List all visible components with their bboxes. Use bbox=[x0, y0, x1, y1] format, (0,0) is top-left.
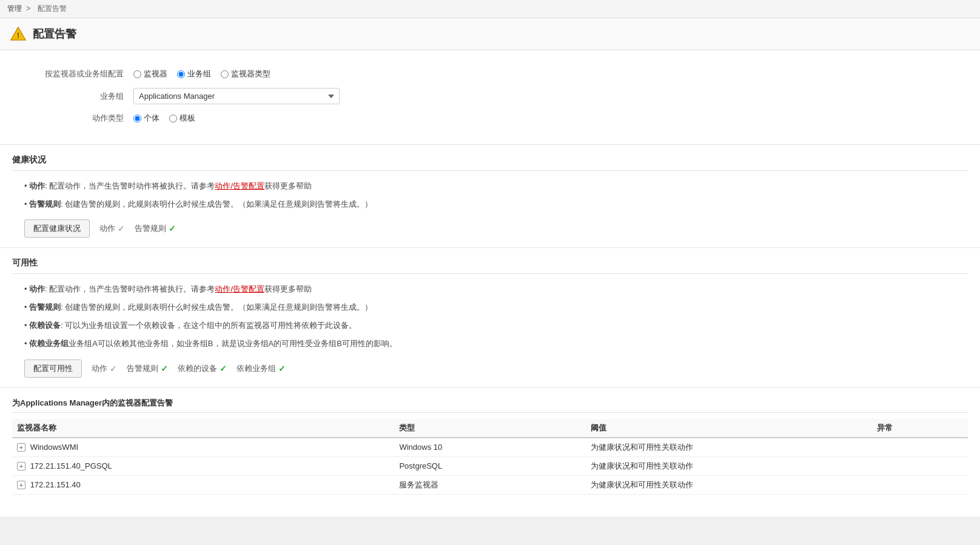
health-desc1-prefix: 动作 bbox=[29, 181, 45, 190]
avail-action3-label: 依赖的设备 bbox=[178, 363, 217, 374]
avail-action2-item: 告警规则 ✓ bbox=[127, 363, 168, 374]
avail-action3-check: ✓ bbox=[220, 364, 227, 373]
avail-action4-check: ✓ bbox=[278, 364, 286, 373]
avail-action3-item: 依赖的设备 ✓ bbox=[178, 363, 227, 374]
radio-template[interactable]: 模板 bbox=[169, 113, 195, 124]
health-desc2: • 告警规则: 创建告警的规则，此规则表明什么时候生成告警。（如果满足任意规则则… bbox=[12, 198, 968, 211]
avail-desc3-text: : 可以为业务组设置一个依赖设备，在这个组中的所有监视器可用性将依赖于此设备。 bbox=[61, 321, 357, 330]
avail-action1-label: 动作 bbox=[92, 363, 107, 374]
availability-section: 可用性 • 动作: 配置动作，当产生告警时动作将被执行。请参考动作/告警配置获得… bbox=[0, 248, 980, 387]
avail-action1-item: 动作 ✓ bbox=[92, 363, 117, 374]
radio-individual-label: 个体 bbox=[144, 113, 159, 124]
breadcrumb-separator: > bbox=[26, 4, 30, 13]
monitor-name-text-1[interactable]: 172.21.151.40_PGSQL bbox=[30, 461, 112, 470]
config-form: 按监视器或业务组配置 监视器 业务组 监视器类型 业务组 App bbox=[0, 62, 980, 145]
main-content: 按监视器或业务组配置 监视器 业务组 监视器类型 业务组 App bbox=[0, 50, 980, 517]
by-monitor-group-label: 按监视器或业务组配置 bbox=[12, 69, 133, 79]
avail-action4-item: 依赖业务组 ✓ bbox=[237, 363, 286, 374]
table-row: + 172.21.151.40 服务监视器 为健康状况和可用性关联动作 bbox=[12, 475, 968, 494]
health-desc2-text: : 创建告警的规则，此规则表明什么时候生成告警。（如果满足任意规则则告警将生成。… bbox=[61, 199, 372, 209]
avail-desc2-prefix: 告警规则 bbox=[29, 303, 61, 312]
monitor-type-2: 服务监视器 bbox=[394, 475, 585, 494]
radio-type[interactable]: 监视器类型 bbox=[221, 69, 270, 79]
availability-title: 可用性 bbox=[12, 258, 968, 274]
radio-monitor-input[interactable] bbox=[133, 70, 141, 78]
monitor-name-1: + 172.21.151.40_PGSQL bbox=[12, 456, 394, 475]
radio-group-input[interactable] bbox=[177, 70, 185, 78]
health-desc1: • 动作: 配置动作，当产生告警时动作将被执行。请参考动作/告警配置获得更多帮助 bbox=[12, 179, 968, 193]
radio-individual[interactable]: 个体 bbox=[133, 113, 159, 124]
table-row: + 172.21.151.40_PGSQL PostgreSQL 为健康状况和可… bbox=[12, 456, 968, 475]
health-action-link[interactable]: 动作/告警配置 bbox=[215, 181, 264, 190]
avail-desc3-prefix: 依赖设备 bbox=[29, 321, 61, 330]
avail-desc1-suffix: 获得更多帮助 bbox=[264, 284, 312, 293]
avail-action-row: 配置可用性 动作 ✓ 告警规则 ✓ 依赖的设备 ✓ 依赖业务组 ✓ bbox=[12, 359, 968, 378]
avail-desc4-text: 业务组A可以依赖其他业务组，如业务组B，就是说业务组A的可用性受业务组B可用性的… bbox=[69, 339, 397, 348]
monitor-threshold-2: 为健康状况和可用性关联动作 bbox=[586, 475, 873, 494]
avail-desc1: • 动作: 配置动作，当产生告警时动作将被执行。请参考动作/告警配置获得更多帮助 bbox=[12, 283, 968, 296]
health-action2-check: ✓ bbox=[169, 224, 176, 233]
business-group-row: 业务组 Applications Manager bbox=[12, 88, 968, 104]
radio-type-input[interactable] bbox=[221, 70, 229, 78]
action-type-radios: 个体 模板 bbox=[133, 113, 195, 124]
expand-icon-2[interactable]: + bbox=[17, 481, 25, 489]
monitors-section-title: 为Applications Manager内的监视器配置告警 bbox=[12, 398, 968, 413]
monitors-table: 监视器名称 类型 阈值 异常 + WindowsWMI Windows 10 为… bbox=[12, 419, 968, 495]
col-header-name: 监视器名称 bbox=[12, 419, 394, 438]
health-action1-check: ✓ bbox=[118, 224, 125, 233]
health-desc1-text: : 配置动作，当产生告警时动作将被执行。请参考 bbox=[45, 181, 215, 190]
avail-desc1-text: : 配置动作，当产生告警时动作将被执行。请参考 bbox=[45, 284, 215, 293]
radio-monitor[interactable]: 监视器 bbox=[133, 69, 167, 79]
avail-action-link[interactable]: 动作/告警配置 bbox=[215, 284, 264, 293]
health-desc2-prefix: 告警规则 bbox=[29, 199, 61, 209]
avail-action4-label: 依赖业务组 bbox=[237, 363, 276, 374]
health-action-row: 配置健康状况 动作 ✓ 告警规则 ✓ bbox=[12, 219, 968, 238]
monitor-name-text-2[interactable]: 172.21.151.40 bbox=[30, 480, 81, 489]
radio-individual-input[interactable] bbox=[133, 115, 141, 122]
radio-monitor-label: 监视器 bbox=[144, 69, 167, 79]
health-section: 健康状况 • 动作: 配置动作，当产生告警时动作将被执行。请参考动作/告警配置获… bbox=[0, 145, 980, 248]
health-desc1-suffix: 获得更多帮助 bbox=[264, 181, 312, 190]
avail-desc1-prefix: 动作 bbox=[29, 284, 45, 293]
business-group-select[interactable]: Applications Manager bbox=[133, 88, 340, 104]
action-type-row: 动作类型 个体 模板 bbox=[12, 113, 968, 124]
expand-icon-1[interactable]: + bbox=[17, 462, 25, 470]
monitor-anomaly-2 bbox=[872, 475, 968, 494]
avail-desc2: • 告警规则: 创建告警的规则，此规则表明什么时候生成告警。（如果满足任意规则则… bbox=[12, 301, 968, 314]
by-monitor-group-radios: 监视器 业务组 监视器类型 bbox=[133, 69, 270, 79]
avail-config-btn[interactable]: 配置可用性 bbox=[24, 359, 82, 378]
monitors-table-body: + WindowsWMI Windows 10 为健康状况和可用性关联动作 + … bbox=[12, 438, 968, 495]
page-title: 配置告警 bbox=[33, 27, 76, 41]
breadcrumb-current: 配置告警 bbox=[38, 4, 67, 13]
monitor-threshold-0: 为健康状况和可用性关联动作 bbox=[586, 438, 873, 457]
avail-desc2-text: : 创建告警的规则，此规则表明什么时候生成告警。（如果满足任意规则则告警将生成。… bbox=[61, 303, 372, 312]
health-action2-label: 告警规则 bbox=[135, 223, 166, 234]
avail-action2-check: ✓ bbox=[161, 364, 168, 373]
monitor-anomaly-1 bbox=[872, 456, 968, 475]
col-header-anomaly: 异常 bbox=[872, 419, 968, 438]
action-type-label: 动作类型 bbox=[12, 113, 133, 124]
monitor-name-0: + WindowsWMI bbox=[12, 438, 394, 457]
table-row: + WindowsWMI Windows 10 为健康状况和可用性关联动作 bbox=[12, 438, 968, 457]
avail-desc3: • 依赖设备: 可以为业务组设置一个依赖设备，在这个组中的所有监视器可用性将依赖… bbox=[12, 319, 968, 332]
monitor-name-text-0[interactable]: WindowsWMI bbox=[30, 443, 78, 452]
page-header: ! 配置告警 bbox=[0, 18, 980, 50]
monitor-name-2: + 172.21.151.40 bbox=[12, 475, 394, 494]
radio-group-label: 业务组 bbox=[187, 69, 211, 79]
breadcrumb: 管理 > 配置告警 bbox=[0, 0, 980, 18]
breadcrumb-manage[interactable]: 管理 bbox=[7, 4, 22, 13]
health-title: 健康状况 bbox=[12, 155, 968, 171]
radio-type-label: 监视器类型 bbox=[231, 69, 270, 79]
health-action1-label: 动作 bbox=[99, 223, 115, 234]
expand-icon-0[interactable]: + bbox=[17, 443, 25, 452]
monitors-table-header-row: 监视器名称 类型 阈值 异常 bbox=[12, 419, 968, 438]
monitors-table-head: 监视器名称 类型 阈值 异常 bbox=[12, 419, 968, 438]
health-config-btn[interactable]: 配置健康状况 bbox=[24, 219, 90, 238]
svg-text:!: ! bbox=[17, 31, 19, 40]
radio-group[interactable]: 业务组 bbox=[177, 69, 211, 79]
avail-desc4-prefix: 依赖业务组 bbox=[29, 339, 69, 348]
monitor-type-0: Windows 10 bbox=[394, 438, 585, 457]
radio-template-input[interactable] bbox=[169, 115, 177, 122]
radio-template-label: 模板 bbox=[180, 113, 195, 124]
monitor-threshold-1: 为健康状况和可用性关联动作 bbox=[586, 456, 873, 475]
